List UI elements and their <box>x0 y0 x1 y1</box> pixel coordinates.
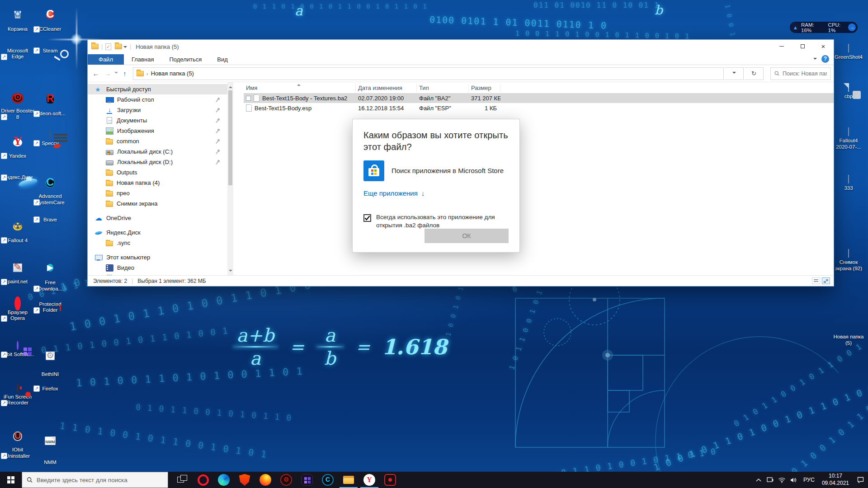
desktop-icon-pf[interactable]: ↗Protected Folder <box>33 300 67 314</box>
desktop-icon-pn[interactable]: ↗paint.net <box>1 257 34 285</box>
minimize-button[interactable] <box>771 40 792 53</box>
clock[interactable]: 10:17 09.04.2021 <box>818 473 853 487</box>
more-apps-link[interactable]: Еще приложения ↓ <box>363 189 509 197</box>
volume-icon[interactable] <box>788 472 800 488</box>
taskbar-app-brave[interactable] <box>234 472 255 488</box>
desktop-icon-asc[interactable]: ↗Advanced SystemCare <box>33 173 67 206</box>
sidebar-item[interactable]: .sync <box>88 238 233 248</box>
language-indicator[interactable]: РУС <box>800 477 818 483</box>
taskbar-app-iobit-updater[interactable] <box>297 472 317 488</box>
back-button[interactable]: ← <box>90 70 101 77</box>
taskbar-app-file-explorer[interactable] <box>338 472 359 488</box>
sidebar-item[interactable]: Локальный диск (D:) <box>88 157 233 167</box>
quick-access-folder-icon[interactable] <box>115 44 122 49</box>
column-header-date[interactable]: Дата изменения <box>356 84 417 92</box>
help-icon[interactable]: ? <box>821 55 829 63</box>
ribbon-expand-caret[interactable] <box>813 58 817 61</box>
desktop-icon-cc[interactable]: ↗CCleaner <box>33 4 67 33</box>
scroll-up-arrow[interactable] <box>229 84 232 88</box>
taskbar-app-firefox[interactable] <box>255 472 276 488</box>
desktop-icon-iobit[interactable]: ↗IObit Softwa... <box>1 342 34 358</box>
store-option-row[interactable]: Поиск приложения в Microsoft Store <box>363 160 509 181</box>
taskbar-app-advanced-systemcare[interactable] <box>317 472 338 488</box>
ribbon-tab-4[interactable]: Вид <box>209 54 236 65</box>
sidebar-item[interactable]: Рабочий стол <box>88 94 233 105</box>
taskbar-app-driver-booster[interactable] <box>276 472 297 488</box>
scroll-down-arrow[interactable] <box>229 270 232 273</box>
address-history-button[interactable] <box>725 67 744 80</box>
address-bar[interactable]: › Новая папка (5) <box>133 67 724 80</box>
explorer-search-input[interactable] <box>783 70 827 77</box>
taskbar-app-yandex-browser[interactable] <box>359 472 380 488</box>
ribbon-tab-3[interactable]: Поделиться <box>161 54 209 65</box>
up-button[interactable]: ↑ <box>119 70 130 77</box>
desktop-icon-f4[interactable]: ↗Fallout 4 <box>1 215 34 244</box>
recent-locations-caret[interactable] <box>114 72 118 75</box>
quick-access-customize-caret[interactable] <box>123 46 127 50</box>
column-header-type[interactable]: Тип <box>417 84 469 92</box>
sidebar-item[interactable]: OneDrive <box>88 213 233 223</box>
taskbar-app-ifun-recorder[interactable] <box>380 472 401 488</box>
item-checkbox[interactable] <box>246 96 251 101</box>
desktop-icon-radeon[interactable]: ↗radeon-soft... <box>33 88 67 117</box>
always-use-checkbox[interactable] <box>363 214 371 222</box>
taskbar-search-box[interactable] <box>22 472 168 488</box>
desktop-icon-iu[interactable]: ↗IObit Uninstaller <box>1 426 34 459</box>
desktop-icon-speccy[interactable]: ↗Speccy <box>33 131 67 147</box>
sidebar-item[interactable]: Изображения <box>88 126 233 136</box>
start-button[interactable] <box>0 472 22 488</box>
sidebar-item[interactable]: Outputs <box>88 167 233 178</box>
forward-button[interactable]: → <box>102 70 113 77</box>
sidebar-item[interactable]: Документы <box>88 115 233 126</box>
scrollbar-thumb[interactable] <box>228 90 232 185</box>
desktop-icon-beth[interactable]: BethINI <box>33 342 67 378</box>
ribbon-tab-2[interactable]: Главная <box>124 54 161 65</box>
desktop-icon-brave[interactable]: ↗Brave <box>33 215 67 223</box>
quick-access-properties-icon[interactable] <box>105 43 111 50</box>
system-monitor-widget[interactable]: ▲ RAM: 16% CPU: 1% → <box>790 22 858 33</box>
sidebar-item[interactable]: Новая папка (4) <box>88 178 233 188</box>
widget-expand-button[interactable]: → <box>848 23 856 31</box>
desktop-icon-folderopen[interactable]: Новая папка(5) <box>819 332 868 346</box>
ribbon-tab-1[interactable]: Файл <box>88 54 124 65</box>
desktop-icon-ff[interactable]: ↗Firefox <box>33 384 67 392</box>
breadcrumb[interactable]: Новая папка (5) <box>151 70 194 77</box>
sidebar-item[interactable]: Яндекс.Диск <box>88 227 233 238</box>
sidebar-item[interactable]: Локальный диск (C:) <box>88 146 233 157</box>
sidebar-item[interactable]: Загрузки <box>88 105 233 115</box>
thumbnails-view-button[interactable] <box>822 277 830 284</box>
desktop-icon-fdm[interactable]: ↗Free Downloa... <box>33 257 67 292</box>
explorer-search-box[interactable] <box>770 67 831 80</box>
maximize-button[interactable] <box>792 40 813 53</box>
desktop-icon-db[interactable]: ↗Driver Booster 8 <box>1 88 34 120</box>
tray-expand-chevron-icon[interactable] <box>753 472 764 488</box>
ok-button[interactable]: ОК <box>425 229 509 243</box>
wifi-icon[interactable] <box>776 472 788 488</box>
usb-device-icon[interactable] <box>764 472 776 488</box>
sidebar-item[interactable]: Видео <box>88 263 233 273</box>
taskbar-search-input[interactable] <box>37 477 163 483</box>
taskbar-app-task-view[interactable] <box>172 472 193 488</box>
sidebar-item[interactable]: Быстрый доступ <box>88 84 233 94</box>
sidebar-item[interactable]: Снимки экрана <box>88 198 233 209</box>
desktop-icon-ifun[interactable]: ↗iFun Screen Recorder <box>1 384 34 406</box>
desktop-icon-yd[interactable]: ↗Яндекс.Диск <box>1 173 34 181</box>
details-view-button[interactable] <box>812 277 820 284</box>
sidebar-scrollbar[interactable] <box>227 82 233 276</box>
file-row[interactable]: Best-Text15-Body.esp16.12.2018 15:54Файл… <box>244 103 834 113</box>
file-row[interactable]: Best-Text15-Body - Textures.ba202.07.202… <box>244 93 834 103</box>
action-center-icon[interactable] <box>853 472 868 488</box>
close-button[interactable]: × <box>813 40 834 53</box>
sidebar-item[interactable]: прео <box>88 188 233 198</box>
desktop-icon-bin[interactable]: Корзина <box>1 4 34 33</box>
desktop-icon-ya[interactable]: ↗Yandex <box>1 131 34 160</box>
column-header-size[interactable]: Размер <box>469 84 500 92</box>
desktop-icon-steam[interactable]: ↗Steam <box>33 46 67 54</box>
taskbar-app-opera[interactable] <box>193 472 213 488</box>
title-bar[interactable]: | | Новая папка (5) × <box>88 40 834 53</box>
desktop-icon-opera[interactable]: ↗Браузер Opera <box>1 300 34 322</box>
desktop-icon-nmm[interactable]: NMM <box>33 426 67 466</box>
desktop-icon-edge[interactable]: ↗Microsoft Edge <box>1 46 34 60</box>
refresh-button[interactable]: ↻ <box>745 67 764 80</box>
taskbar-app-edge[interactable] <box>213 472 234 488</box>
